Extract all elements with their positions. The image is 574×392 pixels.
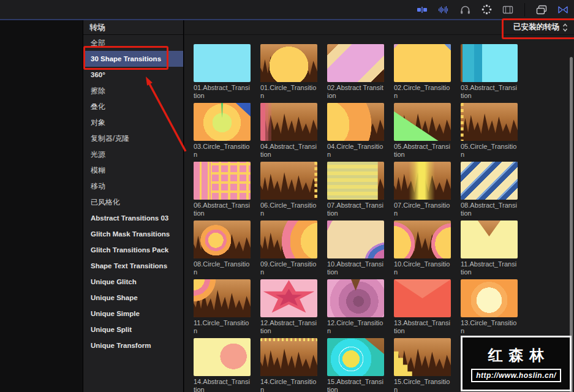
transition-item[interactable]: 08.Abstract_Transition (461, 162, 518, 217)
transition-thumbnail[interactable] (461, 221, 518, 258)
sidebar-item-移动[interactable]: 移动 (83, 178, 183, 194)
transition-thumbnail[interactable] (194, 44, 251, 82)
transition-thumbnail[interactable] (327, 162, 384, 200)
transition-thumbnail[interactable] (194, 162, 251, 200)
transition-item[interactable]: 03.Circle_Transition (194, 103, 251, 159)
transition-item[interactable]: 05.Circle_Transition (461, 103, 518, 159)
effects-browser-icon[interactable] (480, 4, 493, 16)
transition-thumbnail[interactable] (194, 103, 251, 141)
sidebar-item-模糊[interactable]: 模糊 (83, 162, 183, 178)
transition-item[interactable]: 14.Abstract_Transition (194, 338, 251, 392)
watermark-url: http://www.hoslin.cn/ (471, 369, 561, 382)
transition-item[interactable]: 11.Circle_Transition (194, 279, 251, 335)
watermark-box: 红森林 http://www.hoslin.cn/ (461, 336, 572, 391)
transition-item[interactable]: 06.Circle_Transition (260, 162, 317, 217)
transition-item[interactable]: 15.Abstract_Transition (327, 338, 384, 392)
transition-thumbnail[interactable] (461, 103, 518, 141)
sidebar-item-全部[interactable]: 全部 (83, 35, 183, 51)
sidebar-item-abstract-transitions-03[interactable]: Abstract Transitions 03 (83, 210, 183, 226)
transition-item[interactable]: 07.Abstract_Transition (327, 162, 384, 217)
transition-thumbnail[interactable] (327, 338, 384, 376)
titles-generators-icon[interactable] (502, 4, 514, 16)
transition-item[interactable]: 12.Abstract_Transition (260, 279, 317, 335)
transition-item[interactable]: 13.Circle_Transition (461, 279, 518, 335)
transition-thumbnail[interactable] (394, 103, 451, 141)
sidebar-item-unique-simple[interactable]: Unique Simple (83, 306, 183, 322)
sidebar-item-unique-glitch[interactable]: Unique Glitch (83, 274, 183, 290)
sidebar-item-unique-transform[interactable]: Unique Transform (83, 337, 183, 353)
installed-transitions-dropdown[interactable]: 已安装的转场 (513, 22, 568, 32)
transition-thumbnail[interactable] (194, 279, 251, 317)
transition-thumbnail[interactable] (260, 44, 317, 82)
transition-thumbnail[interactable] (394, 279, 451, 317)
transition-item[interactable]: 01.Circle_Transition (260, 44, 317, 100)
transition-item[interactable]: 09.Circle_Transition (260, 221, 317, 276)
transition-thumbnail[interactable] (260, 221, 317, 258)
transition-thumbnail[interactable] (327, 103, 384, 141)
transition-thumbnail[interactable] (327, 221, 384, 258)
transition-thumbnail[interactable] (394, 162, 451, 200)
transition-thumbnail[interactable] (194, 221, 251, 258)
monitor-audio-icon[interactable] (459, 4, 471, 16)
transition-item[interactable]: 03.Abstract_Transition (461, 44, 518, 100)
transition-thumbnail[interactable] (260, 338, 317, 376)
sidebar-item-光源[interactable]: 光源 (83, 146, 183, 162)
sidebar-item-shape-text-transitions[interactable]: Shape Text Transitions (83, 258, 183, 274)
transition-item[interactable]: 15.Circle_Transition (394, 338, 451, 392)
sidebar-item-已风格化[interactable]: 已风格化 (83, 194, 183, 210)
transition-item[interactable]: 06.Abstract_Transition (194, 162, 251, 217)
transition-item[interactable]: 07.Circle_Transition (394, 162, 451, 217)
transition-label: 02.Abstract Transition (327, 84, 384, 100)
audio-meters-icon[interactable] (437, 4, 450, 16)
transition-thumbnail[interactable] (461, 279, 518, 317)
transition-thumbnail[interactable] (394, 221, 451, 258)
transition-item[interactable]: 08.Circle_Transition (194, 221, 251, 276)
transition-item[interactable]: 10.Circle_Transition (394, 221, 451, 276)
transition-label: 03.Abstract_Transition (461, 84, 518, 100)
transition-item[interactable]: 14.Circle_Transition (260, 338, 317, 392)
transition-thumbnail[interactable] (461, 44, 518, 82)
transition-item[interactable]: 05.Abstract_Transition (394, 103, 451, 159)
sidebar-item-label: Unique Shape (91, 294, 138, 301)
sidebar-item-360°[interactable]: 360° (83, 67, 183, 83)
transition-label: 11.Circle_Transition (194, 319, 251, 335)
sidebar-item-30-shape-transitions[interactable]: 30 Shape Transitions (83, 51, 183, 67)
transition-item[interactable]: 01.Abstract_Transition (194, 44, 251, 100)
sidebar-item-glitch-transitions-pack[interactable]: Glitch Transitions Pack (83, 242, 183, 258)
transitions-sidebar: 转场 全部30 Shape Transitions360°擦除叠化对象复制器/克… (83, 20, 184, 392)
transition-thumbnail[interactable] (194, 338, 251, 376)
sidebar-item-label: Unique Transform (91, 342, 151, 349)
transition-item[interactable]: 11.Abstract_Transition (461, 221, 518, 276)
sidebar-item-叠化[interactable]: 叠化 (83, 99, 183, 115)
transition-item[interactable]: 02.Circle_Transition (394, 44, 451, 100)
sidebar-item-label: Unique Split (91, 326, 132, 333)
updown-chevron-icon (562, 23, 568, 32)
transition-item[interactable]: 10.Abstract_Transition (327, 221, 384, 276)
transition-item[interactable]: 04.Abstract_Transition (260, 103, 317, 159)
audio-lanes-icon[interactable] (416, 4, 428, 16)
sidebar-item-label: Unique Simple (91, 310, 140, 317)
transition-thumbnail[interactable] (394, 44, 451, 82)
transition-thumbnail[interactable] (260, 279, 317, 317)
transition-thumbnail[interactable] (394, 338, 451, 376)
transition-thumbnail[interactable] (327, 44, 384, 82)
transitions-browser-icon[interactable] (557, 4, 569, 16)
transition-item[interactable]: 04.Circle_Transition (327, 103, 384, 159)
transition-thumbnail[interactable] (327, 279, 384, 317)
transition-item[interactable]: 02.Abstract Transition (327, 44, 384, 100)
transition-item[interactable]: 13.Abstract_Transition (394, 279, 451, 335)
sidebar-item-unique-shape[interactable]: Unique Shape (83, 290, 183, 306)
transition-thumbnail[interactable] (260, 103, 317, 141)
sidebar-item-label: 移动 (91, 181, 105, 192)
transition-label: 14.Circle_Transition (260, 378, 317, 392)
transition-thumbnail[interactable] (260, 162, 317, 200)
sidebar-item-复制器-克隆[interactable]: 复制器/克隆 (83, 130, 183, 146)
sidebar-item-unique-split[interactable]: Unique Split (83, 322, 183, 337)
sidebar-item-对象[interactable]: 对象 (83, 115, 183, 130)
transition-label: 04.Circle_Transition (327, 143, 384, 159)
sidebar-item-擦除[interactable]: 擦除 (83, 83, 183, 99)
transition-thumbnail[interactable] (461, 162, 518, 200)
browsers-icon[interactable] (535, 4, 548, 16)
sidebar-item-glitch-mask-transitions[interactable]: Glitch Mask Transitions (83, 226, 183, 242)
transition-item[interactable]: 12.Circle_Transition (327, 279, 384, 335)
